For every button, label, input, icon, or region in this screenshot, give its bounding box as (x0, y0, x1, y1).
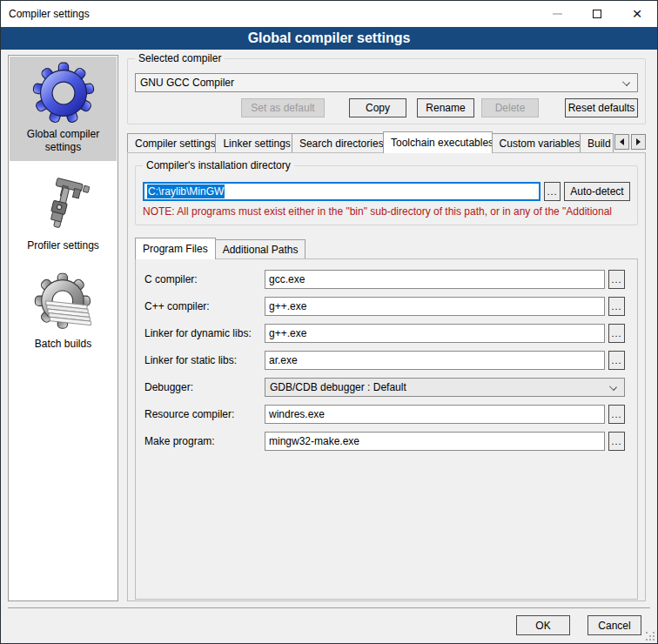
tab-custom-variables[interactable]: Custom variables (492, 133, 581, 152)
minimize-button[interactable] (537, 1, 577, 27)
blue-gear-icon (11, 62, 115, 124)
main-tab-bar: Compiler settingsLinker settingsSearch d… (127, 131, 646, 152)
installation-directory-group: Compiler's installation directory C:\ray… (135, 165, 638, 225)
subtab-program-files[interactable]: Program Files (135, 238, 216, 259)
rename-button[interactable]: Rename (417, 98, 474, 117)
linker-for-static-libs-label: Linker for static libs: (144, 354, 265, 366)
tab-compiler-settings[interactable]: Compiler settings (127, 133, 216, 152)
bin-subdirectory-note: NOTE: All programs must exist either in … (143, 205, 630, 218)
tab-scroll-arrows (614, 134, 646, 150)
copy-button[interactable]: Copy (349, 98, 406, 117)
make-program-input[interactable]: mingw32-make.exe (265, 432, 605, 451)
installation-directory-input[interactable]: C:\raylib\MinGW (143, 182, 540, 201)
program-row-make-program: Make program:mingw32-make.exe... (144, 432, 625, 451)
selected-compiler-dropdown[interactable]: GNU GCC Compiler (135, 73, 638, 92)
c-compiler-browse-button[interactable]: ... (608, 270, 625, 289)
delete-button[interactable]: Delete (481, 98, 539, 117)
program-row-c-compiler: C compiler:gcc.exe... (144, 270, 625, 289)
sidebar-item-label: Global compiler settings (11, 128, 115, 154)
titlebar: Compiler settings × (1, 1, 657, 27)
installation-directory-value: C:\raylib\MinGW (147, 184, 225, 198)
linker-for-static-libs-browse-button[interactable]: ... (608, 351, 625, 370)
program-row-linker-for-dynamic-libs: Linker for dynamic libs:g++.exe... (144, 324, 625, 343)
installation-directory-browse-button[interactable]: ... (544, 182, 561, 201)
c-compiler-label: C compiler: (144, 273, 265, 285)
debugger-dropdown[interactable]: GDB/CDB debugger : Default (265, 378, 625, 397)
ok-button[interactable]: OK (516, 615, 570, 635)
banner-title: Global compiler settings (248, 30, 411, 46)
c-compiler-label: C++ compiler: (144, 300, 265, 312)
debugger-label: Debugger: (144, 381, 265, 393)
sidebar-item-batch-builds[interactable]: Batch builds (10, 266, 117, 358)
c-compiler-input[interactable]: gcc.exe (265, 270, 605, 289)
settings-category-list: Global compiler settings (8, 55, 118, 601)
linker-for-dynamic-libs-browse-button[interactable]: ... (608, 324, 625, 343)
tab-linker-settings[interactable]: Linker settings (215, 133, 292, 152)
sidebar-item-label: Profiler settings (11, 239, 115, 252)
resource-compiler-input[interactable]: windres.exe (265, 405, 605, 424)
maximize-button[interactable] (577, 1, 617, 27)
program-row-resource-compiler: Resource compiler:windres.exe... (144, 405, 625, 424)
c-compiler-browse-button[interactable]: ... (608, 297, 625, 316)
close-button[interactable]: × (617, 1, 657, 27)
arrow-left-icon (620, 138, 624, 145)
program-row-debugger: Debugger:GDB/CDB debugger : Default (144, 378, 625, 397)
selected-compiler-value: GNU GCC Compiler (140, 77, 234, 89)
main-content: Selected compiler GNU GCC Compiler Set a… (127, 53, 646, 601)
resize-grip-icon[interactable] (646, 632, 655, 641)
close-icon: × (632, 10, 641, 18)
set-as-default-button[interactable]: Set as default (241, 98, 325, 117)
minimize-icon (553, 13, 562, 15)
make-program-browse-button[interactable]: ... (608, 432, 625, 451)
sidebar-item-global-compiler-settings[interactable]: Global compiler settings (10, 57, 117, 161)
arrow-right-icon (636, 138, 641, 145)
auto-detect-button[interactable]: Auto-detect (564, 182, 630, 201)
tab-build-options[interactable]: Build options (580, 133, 614, 152)
program-row-c-compiler: C++ compiler:g++.exe... (144, 297, 625, 316)
debugger-value: GDB/CDB debugger : Default (270, 381, 406, 393)
caliper-icon (11, 173, 115, 236)
sidebar-item-label: Batch builds (11, 338, 115, 351)
linker-for-static-libs-input[interactable]: ar.exe (265, 351, 605, 370)
chevron-down-icon (609, 383, 617, 391)
chevron-down-icon (622, 78, 630, 86)
cancel-button[interactable]: Cancel (588, 615, 641, 635)
resource-compiler-label: Resource compiler: (144, 408, 265, 420)
dialog-banner: Global compiler settings (1, 27, 657, 50)
footer-divider (8, 607, 650, 608)
gray-gear-stack-icon (11, 272, 115, 334)
resource-compiler-browse-button[interactable]: ... (608, 405, 625, 424)
reset-defaults-button[interactable]: Reset defaults (565, 98, 638, 117)
tab-search-directories[interactable]: Search directories (292, 133, 384, 152)
tab-toolchain-executables[interactable]: Toolchain executables (383, 131, 493, 153)
selected-compiler-group-label: Selected compiler (135, 52, 225, 64)
selected-compiler-group: Selected compiler GNU GCC Compiler Set a… (127, 58, 646, 124)
subtab-additional-paths[interactable]: Additional Paths (215, 239, 306, 258)
program-row-linker-for-static-libs: Linker for static libs:ar.exe... (144, 351, 625, 370)
tab-scroll-right-button[interactable] (631, 134, 646, 150)
toolchain-executables-panel: Compiler's installation directory C:\ray… (127, 152, 646, 601)
maximize-icon (593, 10, 601, 18)
program-files-panel: C compiler:gcc.exe...C++ compiler:g++.ex… (135, 258, 638, 600)
installation-directory-group-label: Compiler's installation directory (143, 159, 294, 171)
compiler-settings-dialog: Compiler settings × Global compiler sett… (0, 0, 658, 644)
sub-tab-bar: Program FilesAdditional Paths (135, 238, 638, 258)
tab-scroll-left-button[interactable] (614, 134, 629, 150)
program-files-tab-control: Program FilesAdditional Paths C compiler… (135, 238, 638, 600)
sidebar-item-profiler-settings[interactable]: Profiler settings (10, 168, 117, 259)
make-program-label: Make program: (144, 435, 265, 447)
c-compiler-input[interactable]: g++.exe (265, 297, 605, 316)
window-title: Compiler settings (1, 8, 90, 20)
linker-for-dynamic-libs-input[interactable]: g++.exe (265, 324, 605, 343)
linker-for-dynamic-libs-label: Linker for dynamic libs: (144, 327, 265, 339)
